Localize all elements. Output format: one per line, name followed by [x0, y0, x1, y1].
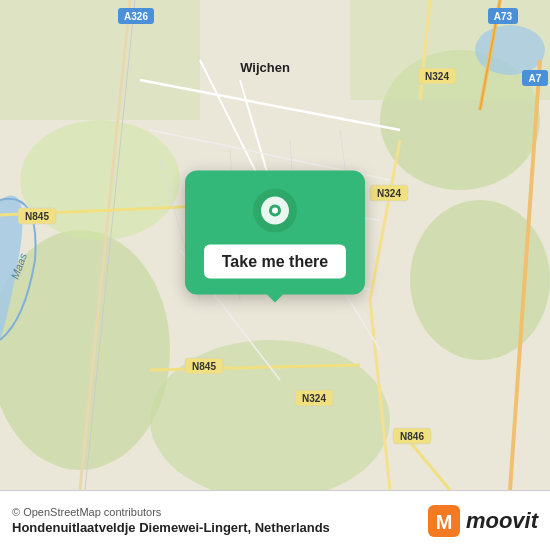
- location-label: Hondenuitlaatveldje Diemewei-Lingert, Ne…: [12, 520, 330, 535]
- svg-text:M: M: [436, 511, 453, 533]
- location-pin-icon: [253, 189, 297, 233]
- svg-text:N324: N324: [302, 393, 326, 404]
- moovit-icon: M: [428, 505, 460, 537]
- footer: © OpenStreetMap contributors Hondenuitla…: [0, 490, 550, 550]
- svg-rect-5: [0, 0, 200, 120]
- svg-text:N846: N846: [400, 431, 424, 442]
- svg-text:N845: N845: [192, 361, 216, 372]
- footer-left: © OpenStreetMap contributors Hondenuitla…: [12, 506, 330, 535]
- moovit-logo: M moovit: [428, 505, 538, 537]
- svg-text:N324: N324: [425, 71, 449, 82]
- popup-card: Take me there: [185, 171, 365, 295]
- svg-text:A7: A7: [529, 73, 542, 84]
- take-me-there-button[interactable]: Take me there: [204, 245, 346, 279]
- svg-text:A326: A326: [124, 11, 148, 22]
- copyright-text: © OpenStreetMap contributors: [12, 506, 330, 518]
- moovit-label: moovit: [466, 508, 538, 534]
- svg-text:N845: N845: [25, 211, 49, 222]
- svg-point-56: [272, 208, 278, 214]
- svg-text:N324: N324: [377, 188, 401, 199]
- svg-text:A73: A73: [494, 11, 513, 22]
- map-container: A326 A73 A7 N324 N324 N324 N845 N845 N84…: [0, 0, 550, 490]
- svg-point-9: [475, 25, 545, 75]
- svg-text:Wijchen: Wijchen: [240, 60, 290, 75]
